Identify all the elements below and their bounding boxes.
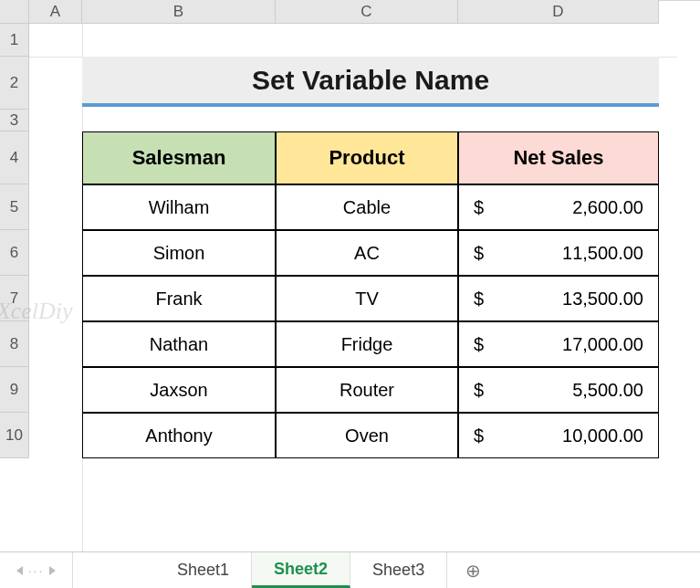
select-all-corner[interactable] — [0, 0, 29, 24]
currency-symbol: $ — [470, 334, 484, 355]
currency-symbol: $ — [470, 380, 484, 401]
row-header-5[interactable]: 5 — [0, 184, 28, 230]
col-header-a[interactable]: A — [29, 0, 82, 23]
col-header-c[interactable]: C — [276, 0, 458, 23]
amount-value: 10,000.00 — [484, 425, 647, 446]
new-sheet-button[interactable]: ⊕ — [447, 552, 498, 588]
cell-product[interactable]: Cable — [276, 184, 458, 230]
tab-scroll-controls[interactable]: ··· — [0, 552, 73, 588]
row-header-1[interactable]: 1 — [0, 24, 28, 57]
row-header-6[interactable]: 6 — [0, 230, 28, 276]
tab-scroll-left-icon — [16, 566, 23, 575]
cell-netsales[interactable]: $10,000.00 — [458, 413, 659, 458]
cell-netsales[interactable]: $2,600.00 — [458, 184, 659, 230]
col-header-d[interactable]: D — [458, 0, 659, 23]
cell-netsales[interactable]: $13,500.00 — [458, 276, 659, 321]
tab-scroll-dots-icon: ··· — [28, 563, 45, 578]
sheet-tab-bar: ··· Sheet1 Sheet2 Sheet3 ⊕ — [0, 551, 700, 588]
amount-value: 13,500.00 — [484, 289, 647, 310]
cell-salesman[interactable]: Simon — [82, 230, 276, 276]
cell-salesman[interactable]: Anthony — [82, 413, 276, 458]
cell-product[interactable]: AC — [276, 230, 458, 276]
row-header-9[interactable]: 9 — [0, 367, 28, 413]
cell-salesman[interactable]: Jaxson — [82, 367, 276, 413]
tab-sheet3[interactable]: Sheet3 — [350, 552, 447, 588]
row-header-4[interactable]: 4 — [0, 131, 28, 184]
cell-netsales[interactable]: $17,000.00 — [458, 321, 659, 367]
currency-symbol: $ — [470, 425, 484, 446]
row-header-8[interactable]: 8 — [0, 321, 28, 367]
row-header-col: 1 2 3 4 5 6 7 8 9 10 — [0, 24, 29, 458]
cell-product[interactable]: Oven — [276, 413, 458, 458]
amount-value: 17,000.00 — [484, 334, 647, 355]
tab-spacer — [73, 552, 155, 588]
header-product[interactable]: Product — [276, 131, 458, 184]
row-header-7[interactable]: 7 — [0, 276, 28, 321]
currency-symbol: $ — [470, 289, 484, 310]
cell-salesman[interactable]: Frank — [82, 276, 276, 321]
plus-icon: ⊕ — [465, 560, 481, 582]
currency-symbol: $ — [470, 197, 484, 218]
cell-product[interactable]: TV — [276, 276, 458, 321]
tab-sheet2[interactable]: Sheet2 — [252, 552, 350, 588]
column-header-row: A B C D — [29, 0, 659, 24]
amount-value: 5,500.00 — [484, 380, 647, 401]
tab-scroll-right-icon — [49, 566, 56, 575]
row-header-2[interactable]: 2 — [0, 57, 28, 110]
cell-salesman[interactable]: Wilham — [82, 184, 276, 230]
cell-product[interactable]: Router — [276, 367, 458, 413]
currency-symbol: $ — [470, 243, 484, 264]
header-netsales[interactable]: Net Sales — [458, 131, 659, 184]
cell-netsales[interactable]: $11,500.00 — [458, 230, 659, 276]
cell-netsales[interactable]: $5,500.00 — [458, 367, 659, 413]
header-salesman[interactable]: Salesman — [82, 131, 276, 184]
row-header-10[interactable]: 10 — [0, 413, 28, 458]
amount-value: 11,500.00 — [484, 243, 647, 264]
tab-sheet1[interactable]: Sheet1 — [155, 552, 252, 588]
amount-value: 2,600.00 — [484, 197, 647, 218]
col-header-b[interactable]: B — [82, 0, 276, 23]
cell-product[interactable]: Fridge — [276, 321, 458, 367]
title-cell[interactable]: Set Variable Name — [82, 57, 659, 107]
cell-salesman[interactable]: Nathan — [82, 321, 276, 367]
row-header-3[interactable]: 3 — [0, 110, 28, 131]
